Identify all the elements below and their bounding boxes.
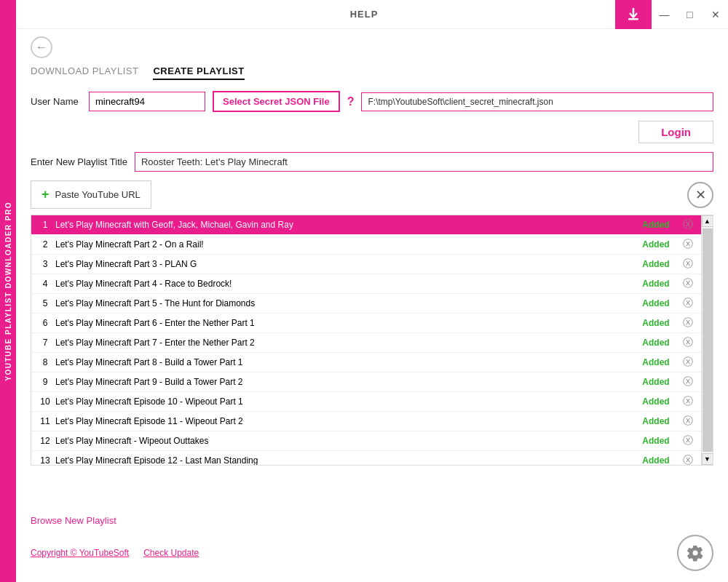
- copyright-text[interactable]: Copyright © YouTubeSoft: [31, 548, 129, 558]
- username-input[interactable]: [89, 92, 205, 111]
- playlist-title-input[interactable]: [135, 152, 713, 172]
- row-number: 8: [35, 357, 55, 367]
- row-title: Let's Play Minecraft with Geoff, Jack, M…: [55, 220, 634, 230]
- row-status: Added: [634, 239, 678, 250]
- row-delete-button[interactable]: ⓧ: [678, 296, 698, 311]
- row-delete-button[interactable]: ⓧ: [678, 355, 698, 370]
- scroll-down-button[interactable]: ▼: [702, 453, 713, 465]
- row-delete-button[interactable]: ⓧ: [678, 453, 698, 466]
- paste-url-label: Paste YouTube URL: [55, 189, 141, 200]
- row-title: Let's Play Minecraft Part 8 - Build a To…: [55, 357, 634, 367]
- main-content: ← DOWNLOAD PLAYLIST CREATE PLAYLIST User…: [16, 29, 728, 582]
- settings-button[interactable]: [677, 535, 713, 571]
- maximize-button[interactable]: □: [677, 0, 703, 29]
- row-status: Added: [634, 259, 678, 269]
- back-button[interactable]: ←: [31, 36, 52, 58]
- row-status: Added: [634, 416, 678, 426]
- bottom-area: Browse New Playlist Copyright © YouTubeS…: [16, 508, 728, 582]
- playlist-list: 1Let's Play Minecraft with Geoff, Jack, …: [31, 215, 713, 466]
- row-number: 10: [35, 396, 55, 407]
- row-title: Let's Play Minecraft Episode 11 - Wipeou…: [55, 416, 634, 426]
- row-title: Let's Play Minecraft Part 3 - PLAN G: [55, 259, 634, 269]
- row-status: Added: [634, 318, 678, 328]
- clear-all-button[interactable]: ✕: [687, 182, 713, 208]
- close-button[interactable]: ✕: [703, 0, 728, 29]
- row-delete-button[interactable]: ⓧ: [678, 316, 698, 330]
- table-row[interactable]: 6Let's Play Minecraft Part 6 - Enter the…: [31, 314, 713, 333]
- row-title: Let's Play Minecraft Part 9 - Build a To…: [55, 377, 634, 387]
- scroll-up-button[interactable]: ▲: [702, 215, 713, 227]
- row-delete-button[interactable]: ⓧ: [678, 414, 698, 428]
- row-number: 1: [35, 220, 55, 230]
- row-status: Added: [634, 377, 678, 387]
- table-row[interactable]: 7Let's Play Minecraft Part 7 - Enter the…: [31, 333, 713, 353]
- row-status: Added: [634, 279, 678, 289]
- row-delete-button[interactable]: ⓧ: [678, 375, 698, 389]
- plus-icon: +: [41, 187, 50, 202]
- row-status: Added: [634, 338, 678, 348]
- row-status: Added: [634, 220, 678, 230]
- row-status: Added: [634, 298, 678, 308]
- table-row[interactable]: 9Let's Play Minecraft Part 9 - Build a T…: [31, 372, 713, 392]
- row-title: Let's Play Minecraft Episode 12 - Last M…: [55, 455, 634, 466]
- row-delete-button[interactable]: ⓧ: [678, 434, 698, 448]
- login-button[interactable]: Login: [638, 121, 713, 143]
- row-delete-button[interactable]: ⓧ: [678, 257, 698, 271]
- scrollbar[interactable]: ▲ ▼: [701, 215, 713, 465]
- row-status: Added: [634, 396, 678, 407]
- row-delete-button[interactable]: ⓧ: [678, 335, 698, 350]
- select-json-button[interactable]: Select Secret JSON File: [213, 91, 340, 112]
- row-number: 11: [35, 416, 55, 426]
- settings-icon: [687, 544, 704, 562]
- playlist-title-label: Enter New Playlist Title: [31, 156, 127, 167]
- minimize-button[interactable]: —: [652, 0, 677, 29]
- row-title: Let's Play Minecraft Part 7 - Enter the …: [55, 338, 634, 348]
- row-delete-button[interactable]: ⓧ: [678, 237, 698, 252]
- row-number: 13: [35, 455, 55, 466]
- clear-all-icon: ✕: [695, 187, 706, 203]
- playlist-container: 1Let's Play Minecraft with Geoff, Jack, …: [31, 215, 713, 466]
- row-number: 2: [35, 239, 55, 250]
- tab-download-playlist[interactable]: DOWNLOAD PLAYLIST: [31, 65, 138, 80]
- sidebar: YOUTUBE PLAYLIST DOWNLOADER PRO: [0, 0, 16, 582]
- row-number: 9: [35, 377, 55, 387]
- table-row[interactable]: 13Let's Play Minecraft Episode 12 - Last…: [31, 451, 713, 466]
- json-path-input[interactable]: [361, 92, 713, 111]
- row-title: Let's Play Minecraft Part 5 - The Hunt f…: [55, 298, 634, 308]
- row-title: Let's Play Minecraft Part 4 - Race to Be…: [55, 279, 634, 289]
- table-row[interactable]: 10Let's Play Minecraft Episode 10 - Wipe…: [31, 392, 713, 412]
- playlist-title-row: Enter New Playlist Title: [31, 152, 713, 172]
- scroll-thumb[interactable]: [703, 228, 713, 452]
- download-logo-icon: [625, 7, 641, 23]
- table-row[interactable]: 4Let's Play Minecraft Part 4 - Race to B…: [31, 274, 713, 294]
- table-row[interactable]: 2Let's Play Minecraft Part 2 - On a Rail…: [31, 235, 713, 255]
- row-number: 3: [35, 259, 55, 269]
- row-delete-button[interactable]: ⓧ: [678, 218, 698, 232]
- username-row: User Name Select Secret JSON File ?: [31, 91, 713, 112]
- help-icon[interactable]: ?: [347, 95, 355, 108]
- table-row[interactable]: 5Let's Play Minecraft Part 5 - The Hunt …: [31, 294, 713, 314]
- tab-create-playlist[interactable]: CREATE PLAYLIST: [153, 65, 244, 80]
- row-status: Added: [634, 436, 678, 446]
- table-row[interactable]: 8Let's Play Minecraft Part 8 - Build a T…: [31, 353, 713, 372]
- username-label: User Name: [31, 96, 82, 107]
- row-number: 5: [35, 298, 55, 308]
- row-number: 4: [35, 279, 55, 289]
- table-row[interactable]: 11Let's Play Minecraft Episode 11 - Wipe…: [31, 412, 713, 431]
- window-controls: — □ ✕: [652, 0, 728, 29]
- row-number: 6: [35, 318, 55, 328]
- paste-url-button[interactable]: + Paste YouTube URL: [31, 180, 151, 209]
- login-row: Login: [31, 121, 713, 143]
- table-row[interactable]: 1Let's Play Minecraft with Geoff, Jack, …: [31, 215, 713, 235]
- check-update-link[interactable]: Check Update: [143, 548, 199, 558]
- row-delete-button[interactable]: ⓧ: [678, 394, 698, 409]
- row-delete-button[interactable]: ⓧ: [678, 276, 698, 291]
- row-status: Added: [634, 357, 678, 367]
- row-title: Let's Play Minecraft Episode 10 - Wipeou…: [55, 396, 634, 407]
- row-title: Let's Play Minecraft Part 6 - Enter the …: [55, 318, 634, 328]
- browse-new-playlist-link[interactable]: Browse New Playlist: [31, 515, 713, 526]
- table-row[interactable]: 12Let's Play Minecraft - Wipeout Outtake…: [31, 431, 713, 451]
- paste-url-row: + Paste YouTube URL ✕: [31, 180, 713, 209]
- back-icon: ←: [36, 41, 47, 54]
- table-row[interactable]: 3Let's Play Minecraft Part 3 - PLAN GAdd…: [31, 255, 713, 274]
